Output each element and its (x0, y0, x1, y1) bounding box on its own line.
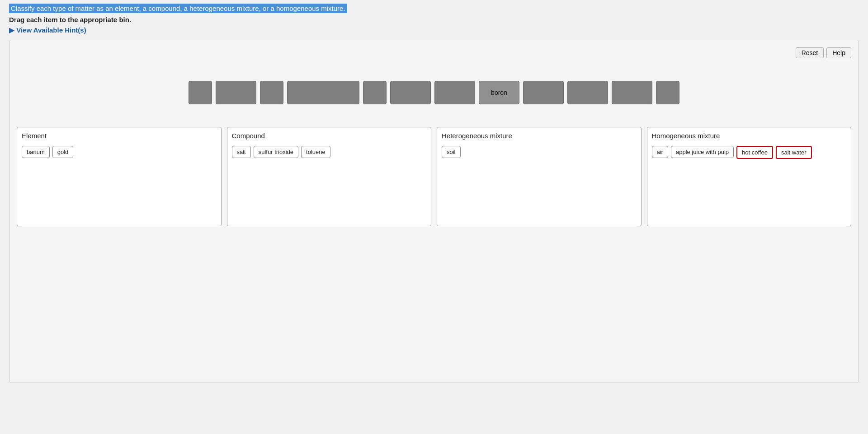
top-bar: Reset Help (17, 47, 851, 58)
chip-hot-coffee[interactable]: hot coffee (736, 146, 773, 159)
page-wrapper: Classify each type of matter as an eleme… (0, 0, 868, 434)
drag-item-2[interactable] (216, 81, 256, 104)
chip-barium[interactable]: barium (22, 146, 50, 158)
drag-item-10[interactable] (567, 81, 608, 104)
chip-salt-water[interactable]: salt water (776, 146, 812, 159)
bin-homogeneous: Homogeneous mixture air apple juice with… (647, 127, 852, 226)
chip-gold[interactable]: gold (52, 146, 74, 158)
instruction-highlight: Classify each type of matter as an eleme… (9, 4, 347, 13)
drag-item-boron[interactable]: boron (479, 81, 519, 104)
bins-row: Element barium gold Compound salt sulfur… (17, 127, 851, 226)
main-container: Reset Help boron (9, 40, 859, 383)
drag-item-4[interactable] (287, 81, 359, 104)
drag-item-5[interactable] (363, 81, 387, 104)
bin-heterogeneous-title: Heterogeneous mixture (442, 132, 637, 140)
bin-homogeneous-title: Homogeneous mixture (652, 132, 847, 140)
instruction-text: Classify each type of matter as an eleme… (9, 5, 859, 12)
drag-item-12[interactable] (656, 81, 679, 104)
drag-instruction: Drag each item to the appropriate bin. (9, 16, 859, 23)
bin-homogeneous-items: air apple juice with pulp hot coffee sal… (652, 146, 847, 159)
bin-compound-title: Compound (232, 132, 427, 140)
bin-element-items: barium gold (22, 146, 217, 158)
chip-soil[interactable]: soil (442, 146, 461, 158)
drag-item-9[interactable] (523, 81, 564, 104)
drag-item-6[interactable] (390, 81, 431, 104)
bin-compound: Compound salt sulfur trioxide toluene (227, 127, 432, 226)
drag-item-11[interactable] (612, 81, 652, 104)
drag-item-3[interactable] (260, 81, 283, 104)
help-button[interactable]: Help (826, 47, 851, 58)
hint-link[interactable]: View Available Hint(s) (9, 26, 859, 34)
items-row: boron (17, 72, 851, 113)
drag-item-7[interactable] (434, 81, 475, 104)
chip-salt[interactable]: salt (232, 146, 251, 158)
bin-compound-items: salt sulfur trioxide toluene (232, 146, 427, 158)
chip-air[interactable]: air (652, 146, 668, 158)
reset-button[interactable]: Reset (796, 47, 824, 58)
chip-apple-juice-with-pulp[interactable]: apple juice with pulp (671, 146, 734, 158)
bin-element: Element barium gold (17, 127, 222, 226)
bin-heterogeneous-items: soil (442, 146, 637, 158)
bin-heterogeneous: Heterogeneous mixture soil (437, 127, 642, 226)
chip-toluene[interactable]: toluene (301, 146, 330, 158)
drag-item-1[interactable] (189, 81, 212, 104)
bin-element-title: Element (22, 132, 217, 140)
chip-sulfur-trioxide[interactable]: sulfur trioxide (254, 146, 298, 158)
